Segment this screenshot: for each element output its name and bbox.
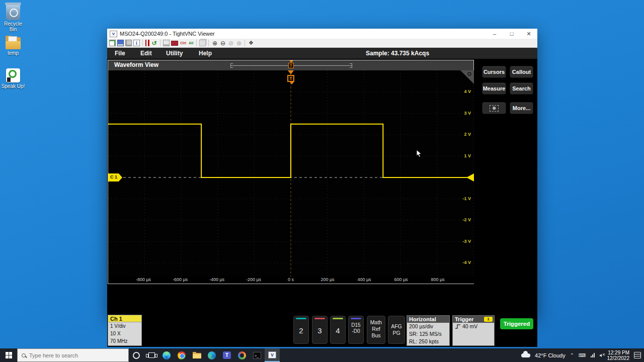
zoom-mode-icon: ⊕	[490, 105, 499, 112]
connection-info-icon[interactable]: i	[133, 40, 140, 46]
menu-file[interactable]: File	[115, 48, 125, 59]
weather-cloud-icon[interactable]	[521, 353, 530, 357]
task-view-button[interactable]	[144, 348, 159, 362]
horizontal-scale: 200 µs/div	[407, 323, 449, 330]
cortana-button[interactable]	[129, 348, 144, 362]
tray-expand-chevron-icon[interactable]: ⌃	[570, 352, 574, 358]
x-tick: -400 µs	[202, 277, 232, 282]
menu-utility[interactable]: Utility	[166, 48, 183, 59]
keyboard-tray-icon[interactable]: ⌨	[579, 352, 586, 358]
tray-time: 12:29 PM	[607, 350, 630, 355]
alt-key-button[interactable]: Alt	[188, 40, 194, 46]
volume-muted-icon[interactable]: ✕	[599, 353, 603, 357]
keyboard-icon[interactable]	[171, 41, 178, 46]
windows-logo-icon	[6, 352, 12, 358]
math-ref-bus-button[interactable]: Math Ref Bus	[367, 316, 385, 344]
channel1-title: Ch 1	[108, 315, 141, 322]
channel2-button[interactable]: 2	[293, 316, 309, 344]
x-tick: -600 µs	[165, 277, 195, 282]
trigger-position-marker[interactable]: T	[287, 75, 294, 82]
slider-trigger-marker[interactable]: T	[288, 63, 294, 68]
speakup-icon	[6, 68, 20, 82]
desktop-icon-speakup[interactable]: Speak Up!	[0, 68, 26, 89]
file-explorer-button[interactable]	[189, 348, 204, 362]
clock[interactable]: 12:29 PM 12/2/2022	[607, 350, 630, 361]
close-button[interactable]: ✕	[520, 29, 537, 39]
cursors-button[interactable]: Cursors	[482, 66, 506, 78]
menu-edit[interactable]: Edit	[140, 48, 152, 59]
x-tick: 600 µs	[386, 277, 416, 282]
desktop-icon-label: temp	[0, 50, 26, 56]
new-connection-icon[interactable]	[109, 40, 116, 46]
afg-pg-button[interactable]: AFG PG	[388, 316, 405, 344]
channel4-color-bar	[333, 318, 343, 319]
save-session-icon[interactable]	[117, 40, 124, 46]
y-tick: 2 V	[456, 132, 471, 137]
start-button[interactable]	[0, 348, 17, 362]
trigger-badge[interactable]: Trigger 1 40 mV	[452, 315, 495, 346]
channel3-button[interactable]: 3	[312, 316, 328, 344]
titlebar[interactable]: V MSO24-Q200249:0 - TightVNC Viewer – □ …	[107, 29, 537, 39]
taskbar-search[interactable]	[17, 348, 129, 362]
pause-icon[interactable]	[145, 40, 149, 46]
search-button[interactable]: Search	[510, 82, 533, 95]
zoom-fit-icon[interactable]: ⊛	[235, 40, 242, 46]
x-tick: -200 µs	[238, 277, 269, 282]
graticule[interactable]: 4 V 3 V 2 V 1 V -1 V -2 V -3 V -4 V T C …	[108, 70, 474, 277]
channel1-attenuation: 10 X	[108, 330, 141, 337]
search-input[interactable]	[29, 352, 115, 358]
connection-options-icon[interactable]	[125, 40, 132, 46]
waveform-view-header[interactable]: Waveform View T	[108, 60, 473, 70]
desktop-icon-recycle-bin[interactable]: Recycle Bin	[0, 4, 26, 32]
channel1-badge[interactable]: Ch 1 1 V/div 10 X 70 MHz	[108, 315, 142, 346]
minimize-button[interactable]: –	[486, 29, 503, 39]
digital-label: D15 -D0	[349, 322, 363, 334]
zoom-100-icon[interactable]: ⊘	[227, 40, 234, 46]
network-icon[interactable]	[591, 353, 595, 357]
zoom-in-icon[interactable]: ⊕	[211, 40, 218, 46]
weather-text[interactable]: 42°F Cloudy	[535, 352, 566, 358]
system-tray: 42°F Cloudy ⌃ ⌨ ✕ 12:29 PM 12/2/2022	[521, 350, 644, 361]
more-button[interactable]: More...	[510, 102, 533, 114]
menu-help[interactable]: Help	[199, 48, 212, 59]
tightvnc-window: V MSO24-Q200249:0 - TightVNC Viewer – □ …	[107, 29, 537, 317]
zoom-out-icon[interactable]: ⊖	[219, 40, 226, 46]
ctrl-alt-del-icon[interactable]	[163, 40, 170, 46]
tightvnc-taskbar-button[interactable]: V	[265, 348, 280, 362]
fullscreen-icon[interactable]: ❖	[248, 40, 254, 46]
ctrl-key-button[interactable]: Ctrl	[180, 40, 187, 46]
refresh-icon[interactable]: ↺	[151, 40, 157, 46]
teams-button[interactable]: T	[219, 348, 234, 362]
y-tick: -1 V	[456, 196, 471, 201]
chrome-button[interactable]	[174, 348, 189, 362]
action-center-icon[interactable]	[634, 352, 641, 358]
mouse-cursor	[416, 150, 423, 158]
command-prompt-button[interactable]: >_	[250, 348, 265, 362]
desktop-icon-label: Speak Up!	[0, 83, 26, 89]
callout-button[interactable]: Callout	[510, 66, 533, 78]
desktop-icon-temp[interactable]: temp	[0, 36, 26, 56]
browser-ring-button[interactable]	[234, 348, 250, 362]
separator	[142, 40, 143, 46]
measure-button[interactable]: Measure	[482, 82, 506, 95]
y-tick: 1 V	[456, 153, 471, 158]
file-transfer-icon[interactable]	[199, 40, 206, 46]
browser-ring-icon	[238, 351, 246, 359]
horizontal-position-slider[interactable]: T	[230, 63, 352, 68]
digital-color-bar	[351, 318, 361, 319]
sample-count: Sample: 43.735 kAcqs	[366, 48, 429, 59]
channel3-label: 3	[312, 326, 327, 335]
x-tick: 400 µs	[349, 277, 379, 282]
maximize-button[interactable]: □	[503, 29, 520, 39]
horizontal-badge[interactable]: Horizontal 200 µs/div SR: 125 MS/s RL: 2…	[407, 315, 450, 346]
edge-button[interactable]	[159, 348, 174, 362]
channel4-button[interactable]: 4	[330, 316, 346, 344]
media-app-button[interactable]	[204, 348, 219, 362]
digital-channels-button[interactable]: D15 -D0	[348, 316, 364, 344]
zoom-mode-button[interactable]: ⊕	[482, 102, 506, 114]
x-tick: 200 µs	[312, 277, 343, 282]
right-panel: Cursors Callout Measure Search ⊕ More...	[476, 60, 537, 284]
trigger-position-caret-icon[interactable]	[288, 70, 294, 74]
media-app-icon	[208, 351, 216, 359]
channel4-label: 4	[331, 326, 345, 335]
